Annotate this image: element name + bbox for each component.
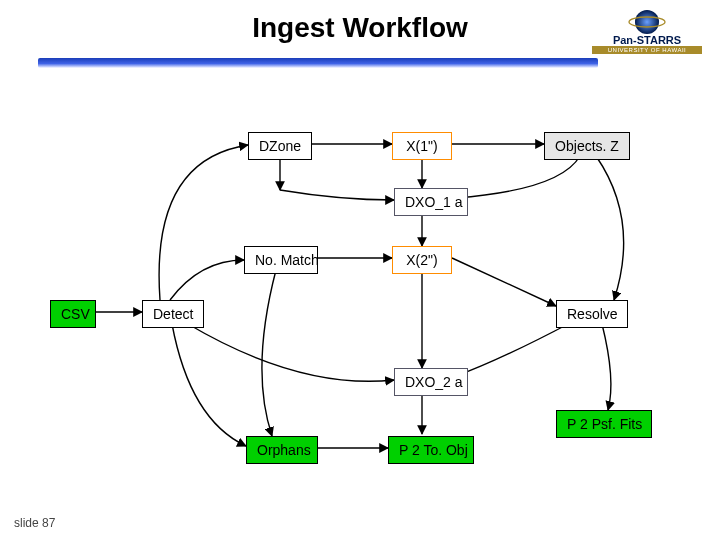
node-dxo1a: DXO_1 a (394, 188, 468, 216)
slide-number: slide 87 (14, 516, 55, 530)
node-orphans: Orphans (246, 436, 318, 464)
node-p2toobj: P 2 To. Obj (388, 436, 474, 464)
header-rule (38, 58, 598, 68)
node-nomatch: No. Match (244, 246, 318, 274)
node-p2psffits: P 2 Psf. Fits (556, 410, 652, 438)
svg-line-9 (452, 258, 556, 306)
node-dxo2a: DXO_2 a (394, 368, 468, 396)
node-dzone: DZone (248, 132, 312, 160)
node-x1: X(1") (392, 132, 452, 160)
logo-subtext: UNIVERSITY OF HAWAII (592, 46, 702, 54)
node-detect: Detect (142, 300, 204, 328)
panstarrs-logo: Pan-STARRS UNIVERSITY OF HAWAII (592, 8, 702, 54)
diagram-stage: DZone X(1") Objects. Z DXO_1 a No. Match… (0, 90, 720, 510)
logo-text: Pan-STARRS (592, 34, 702, 46)
node-resolve: Resolve (556, 300, 628, 328)
node-objectsz: Objects. Z (544, 132, 630, 160)
node-csv: CSV (50, 300, 96, 328)
svg-point-0 (635, 10, 659, 34)
node-x2: X(2") (392, 246, 452, 274)
